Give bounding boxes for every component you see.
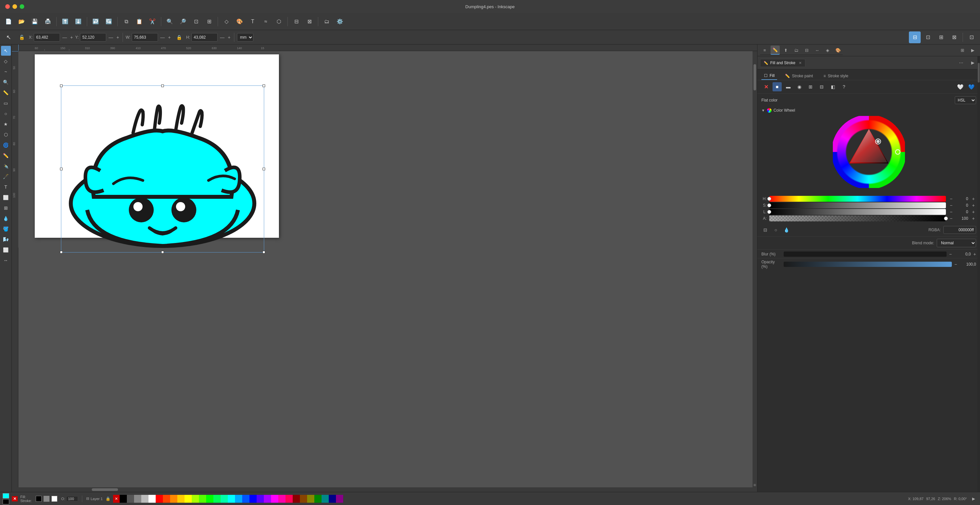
spiral-tool[interactable]: 🌀 — [1, 140, 11, 150]
palette-spring[interactable] — [213, 495, 221, 503]
rgba-input[interactable] — [943, 226, 976, 234]
calligraphy-tool[interactable]: 🖋️ — [1, 172, 11, 181]
paint-bucket-tool[interactable]: 🪣 — [1, 224, 11, 234]
palette-sea-green[interactable] — [221, 495, 228, 503]
radial-gradient-button[interactable]: ◉ — [795, 82, 804, 91]
a-decrement[interactable]: − — [948, 216, 954, 221]
fill-button[interactable]: 🎨 — [234, 16, 245, 27]
view-toggle-1[interactable]: ⊟ — [909, 32, 921, 43]
a-increment[interactable]: + — [971, 216, 976, 221]
fill-swatch[interactable] — [3, 493, 9, 499]
l-slider-track[interactable] — [769, 209, 946, 215]
paint-heart-icon[interactable]: 🤍 — [956, 82, 965, 91]
palette-hot-pink[interactable] — [285, 495, 293, 503]
v-scroll-thumb[interactable] — [754, 64, 756, 91]
palette-amber[interactable] — [177, 495, 185, 503]
panel-icon-layers[interactable]: ≡ — [760, 46, 769, 55]
select-tool-sec[interactable]: ↖ — [3, 32, 14, 43]
paste-color-icon[interactable]: ○ — [772, 226, 780, 234]
vertical-scrollbar[interactable]: ⊞ — [752, 51, 757, 487]
node-tool[interactable]: ◇ — [1, 56, 11, 66]
eraser-tool[interactable]: ⬜ — [1, 245, 11, 255]
mid-color-indicator[interactable] — [44, 496, 49, 502]
print-button[interactable]: 🖨️ — [42, 16, 54, 27]
zoom-fit-button[interactable]: ⊡ — [190, 16, 202, 27]
stroke-swatch[interactable] — [3, 499, 9, 504]
horizontal-scrollbar[interactable] — [12, 487, 757, 492]
copy-button[interactable]: ⧉ — [120, 16, 132, 27]
lock-aspect-button[interactable]: 🔓 — [16, 32, 27, 43]
path-effects-button[interactable]: ⬡ — [273, 16, 285, 27]
lock-dimensions-button[interactable]: 🔒 — [173, 32, 185, 43]
opacity-track[interactable] — [784, 262, 952, 267]
spray-tool[interactable]: 🌬️ — [1, 235, 11, 244]
eyedropper-icon[interactable]: 💧 — [782, 226, 790, 234]
view-toggle-2[interactable]: ⊡ — [922, 32, 934, 43]
palette-yellow[interactable] — [185, 495, 192, 503]
text-button[interactable]: T — [247, 16, 259, 27]
panel-undock-icon[interactable]: ⊞ — [958, 46, 967, 55]
palette-yellow-green[interactable] — [192, 495, 199, 503]
w-plus-icon[interactable]: + — [167, 35, 172, 40]
stroke-style-tab[interactable]: ≡ Stroke style — [821, 72, 851, 80]
palette-cyan[interactable] — [228, 495, 235, 503]
palette-orange[interactable] — [170, 495, 177, 503]
palette-red[interactable] — [156, 495, 163, 503]
copy-color-icon[interactable]: ⊟ — [761, 226, 769, 234]
w-input[interactable] — [132, 33, 158, 41]
fill-stroke-tab-close[interactable]: ✕ — [799, 61, 802, 65]
panel-collapse-btn[interactable]: ▶ — [969, 495, 977, 503]
export-button[interactable]: ⬇️ — [72, 16, 84, 27]
zoom-tool[interactable]: 🔍 — [1, 77, 11, 87]
palette-no-fill[interactable]: ✕ — [113, 495, 119, 503]
s-slider-track[interactable] — [769, 202, 946, 208]
cut-button[interactable]: ✂️ — [146, 16, 158, 27]
palette-brown[interactable] — [300, 495, 307, 503]
palette-sky-blue[interactable] — [235, 495, 242, 503]
h-scroll-thumb[interactable] — [92, 488, 118, 491]
tab-arrow-icon[interactable]: ▶ — [968, 58, 977, 67]
open-button[interactable]: 📂 — [16, 16, 27, 27]
y-plus-icon[interactable]: + — [115, 35, 120, 40]
xml-button[interactable]: 🗂 — [321, 16, 332, 27]
panel-icon-align[interactable]: ⊟ — [802, 46, 811, 55]
color-wheel-svg[interactable] — [833, 116, 905, 188]
view-toggle-3[interactable]: ⊞ — [935, 32, 947, 43]
node-button[interactable]: ◇ — [221, 16, 232, 27]
h-plus-icon[interactable]: + — [227, 35, 231, 40]
bg-color-indicator[interactable] — [51, 496, 57, 502]
h-increment[interactable]: + — [971, 196, 976, 202]
palette-indigo[interactable] — [257, 495, 264, 503]
y-minus-icon[interactable]: — — [108, 35, 114, 40]
palette-purple[interactable] — [264, 495, 271, 503]
select-tool[interactable]: ↖ — [1, 46, 11, 56]
palette-black[interactable] — [119, 495, 127, 503]
rect-tool[interactable]: ▭ — [1, 98, 11, 108]
transform-button[interactable]: ⊠ — [304, 16, 315, 27]
right-panel-scroll-thumb[interactable] — [978, 63, 980, 83]
align-button[interactable]: ⊟ — [290, 16, 302, 27]
zoom-out-button[interactable]: 🔎 — [177, 16, 189, 27]
tweak-tool[interactable]: ~ — [1, 67, 11, 77]
paint-fill-icon[interactable]: 💙 — [967, 82, 976, 91]
h-input[interactable] — [191, 33, 218, 41]
unknown-paint-button[interactable]: ? — [839, 82, 849, 91]
dumpling-artwork[interactable] — [61, 86, 264, 252]
panel-collapse-icon[interactable]: ▶ — [968, 46, 977, 55]
canvas-container[interactable]: ⊞ — [18, 51, 757, 487]
close-button[interactable] — [5, 4, 10, 9]
pattern-button[interactable]: ⊟ — [817, 82, 826, 91]
connector-tool[interactable]: ↔ — [1, 256, 11, 265]
panel-icon-xml[interactable]: 🗂 — [792, 46, 801, 55]
a-slider-thumb[interactable] — [944, 216, 948, 221]
maximize-button[interactable] — [20, 4, 24, 9]
palette-olive[interactable] — [307, 495, 314, 503]
palette-teal[interactable] — [321, 495, 329, 503]
dropper-tool[interactable]: 💧 — [1, 214, 11, 223]
panel-icon-fill[interactable]: ✏️ — [770, 46, 780, 55]
panel-icon-transform[interactable]: ↔ — [813, 46, 822, 55]
linear-gradient-button[interactable]: ▬ — [784, 82, 793, 91]
blur-track[interactable] — [784, 251, 947, 257]
palette-blue-light[interactable] — [242, 495, 250, 503]
color-wheel-header[interactable]: ▼ Color Wheel — [761, 108, 976, 113]
